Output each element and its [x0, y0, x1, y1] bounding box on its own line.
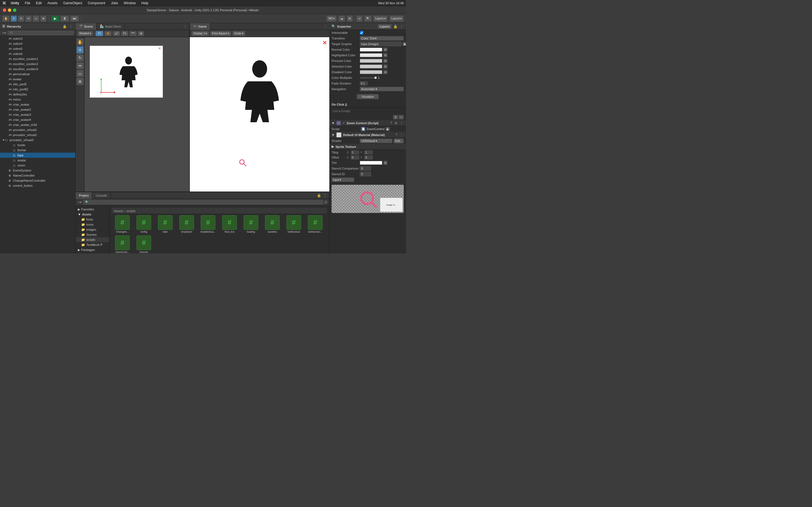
play-button[interactable]: ▶: [51, 15, 59, 22]
account-button[interactable]: MS ▾: [326, 15, 337, 22]
scenes-item[interactable]: 📁 Scenes: [75, 232, 109, 237]
minimize-button[interactable]: [8, 8, 11, 12]
material-menu-button[interactable]: ⋮: [399, 133, 404, 137]
hierarchy-item-fundo[interactable]: ◻ fundo: [0, 143, 75, 148]
scene-tool-scale[interactable]: ⇔: [77, 62, 84, 69]
project-add-button[interactable]: +▾: [77, 200, 82, 204]
file-final-bra[interactable]: # final_bra: [220, 215, 239, 233]
layers-dropdown[interactable]: Layers ▾: [373, 15, 388, 22]
rotate-tool-button[interactable]: ↻: [18, 15, 24, 22]
menu-window[interactable]: Window: [123, 1, 137, 5]
highlighted-color-swatch[interactable]: [360, 53, 382, 57]
hierarchy-item-name-controller[interactable]: ⚙ NameController: [0, 173, 75, 178]
hierarchy-item-criar-avatar4[interactable]: 🎮 criar_avatar4: [0, 117, 75, 122]
remove-onclick-button[interactable]: −: [399, 115, 404, 119]
game-close-icon[interactable]: ✕: [322, 40, 327, 46]
scene-2d-btn[interactable]: 2D: [96, 31, 103, 36]
pressed-color-picker-button[interactable]: ✏: [384, 59, 388, 63]
scripts-item[interactable]: 📁 scripts: [75, 237, 109, 242]
hierarchy-item-fechar[interactable]: ◻ fechar: [0, 148, 75, 153]
asset-store-tab[interactable]: 🏪 Asset Store: [96, 23, 124, 30]
hierarchy-item-escolher-soutien1[interactable]: 🎮 escolher_soutien1: [0, 56, 75, 61]
tint-color-swatch[interactable]: [360, 161, 382, 165]
hierarchy-menu-button[interactable]: ⋮: [68, 24, 73, 29]
scene-tool-hand[interactable]: ✋: [77, 38, 84, 46]
scene-tool-custom[interactable]: ⊕: [77, 78, 84, 85]
scene-gizmo-btn[interactable]: 📷: [130, 31, 137, 36]
scene-frame-close-button[interactable]: ✕: [158, 47, 161, 50]
file-dropdown[interactable]: # dropdown: [177, 215, 196, 233]
script-picker-button[interactable]: ◉: [386, 127, 390, 131]
project-lock-button[interactable]: 🔒: [316, 193, 322, 198]
cloud-button[interactable]: ☁: [338, 15, 345, 22]
hierarchy-item-avatar[interactable]: 🎮 avatar: [0, 76, 75, 82]
shader-edit-button[interactable]: Edit...: [394, 138, 404, 144]
offset-x-field[interactable]: 0: [351, 156, 359, 159]
app-name[interactable]: Unity: [10, 1, 20, 5]
undo-button[interactable]: ↩: [356, 15, 363, 22]
file-enabledisa[interactable]: # EnableDisa...: [199, 215, 218, 233]
target-graphic-field[interactable]: [360, 42, 402, 46]
hierarchy-item-change-name-controller[interactable]: ⚙ ChangeNameController: [0, 178, 75, 183]
hierarchy-item-provador-virtual3[interactable]: ▼ ⬡ provador_virtual3: [0, 137, 75, 143]
normal-color-swatch[interactable]: [360, 48, 382, 52]
normal-color-picker-button[interactable]: ✏: [384, 48, 388, 52]
menu-gameobject[interactable]: GameObject: [62, 1, 83, 5]
breadcrumb-assets[interactable]: Assets: [114, 209, 123, 213]
scene-panel-menu[interactable]: ⋮: [183, 24, 188, 29]
add-onclick-button[interactable]: +: [393, 115, 398, 119]
offset-y-field[interactable]: 0: [364, 156, 373, 159]
transition-dropdown[interactable]: Color Tint ▾: [360, 36, 404, 41]
step-button[interactable]: ⏭: [70, 15, 79, 22]
menu-jobs[interactable]: Jobs: [110, 1, 119, 5]
zoom-control-settings-button[interactable]: ⚙: [394, 121, 398, 125]
project-menu-button[interactable]: ⋮: [323, 193, 327, 198]
hierarchy-item-zoom[interactable]: ◻ zoom: [0, 163, 75, 168]
stencil-comparison-field[interactable]: 8: [360, 166, 371, 171]
shader-dropdown[interactable]: UI/Default ▾: [360, 138, 393, 143]
sprite-texture-header[interactable]: ▶ Sprite Texture: [329, 144, 406, 150]
file-setnamec[interactable]: # SetNameC...: [306, 215, 325, 233]
selected-color-picker-button[interactable]: ✏: [384, 64, 388, 68]
hierarchy-item-criar-avatar-in3d[interactable]: 🎮 criar_avatar_in3d: [0, 122, 75, 127]
file-loading[interactable]: # loading: [241, 215, 260, 233]
pressed-color-swatch[interactable]: [360, 59, 382, 63]
fonts-item[interactable]: 📁 fonts: [75, 217, 109, 222]
hand-tool-button[interactable]: ✋: [2, 15, 10, 22]
file-zoomin[interactable]: # ZoomIn: [134, 235, 153, 253]
hierarchy-item-event-system[interactable]: ⚙ EventSystem: [0, 168, 75, 173]
pause-button[interactable]: ⏸: [60, 15, 69, 22]
scene-tool-move[interactable]: ✛: [77, 46, 84, 54]
target-graphic-picker-button[interactable]: ◉: [403, 42, 406, 46]
layout-dropdown[interactable]: Layout ▾: [389, 15, 404, 22]
navigation-dropdown[interactable]: Automatic ▾: [360, 87, 404, 91]
file-config[interactable]: # config: [134, 215, 153, 233]
disabled-color-swatch[interactable]: [360, 70, 382, 74]
console-tab[interactable]: Console: [92, 192, 110, 199]
scene-fx-btn[interactable]: Fx: [121, 31, 128, 36]
zoom-control-section-header[interactable]: ▼ C# ✓ Zoom Control (Script) ? ⚙ ⋮: [329, 120, 406, 126]
transform-tool-button[interactable]: ⊕: [40, 15, 47, 22]
lupa-dropdown[interactable]: lupa ▾: [332, 177, 354, 182]
tint-picker-button[interactable]: ✏: [384, 161, 388, 165]
file-zoomcont[interactable]: # ZoomCont...: [113, 235, 132, 253]
hierarchy-item-escolher-soutien3[interactable]: 🎮 escolher_soutien3: [0, 66, 75, 71]
hierarchy-item-menu[interactable]: 🎮 menu: [0, 97, 75, 102]
visualize-button[interactable]: Visualize: [357, 94, 378, 99]
file-setbrasize[interactable]: # SetBraSize: [284, 215, 303, 233]
menu-help[interactable]: Help: [140, 1, 150, 5]
menu-component[interactable]: Component: [87, 1, 106, 5]
hierarchy-item-sobre3[interactable]: 🎮 sobre3: [0, 36, 75, 41]
hierarchy-item-provador-virtual2[interactable]: 🎮 provador_virtual2: [0, 132, 75, 137]
move-tool-button[interactable]: ✛: [11, 15, 17, 22]
maximize-button[interactable]: [13, 8, 16, 12]
material-help-button[interactable]: ?: [395, 133, 398, 137]
game-panel-menu[interactable]: ⋮: [323, 24, 327, 29]
rect-tool-button[interactable]: ▭: [33, 15, 39, 22]
textmesh-item[interactable]: 📁 TextMesh P: [75, 242, 109, 247]
breadcrumb-scripts[interactable]: scripts: [126, 209, 136, 213]
stencil-id-field[interactable]: 0: [360, 172, 371, 176]
zoom-control-menu-button[interactable]: ⋮: [399, 121, 404, 125]
close-button[interactable]: [3, 8, 6, 12]
icons-item[interactable]: 📁 icons: [75, 222, 109, 227]
